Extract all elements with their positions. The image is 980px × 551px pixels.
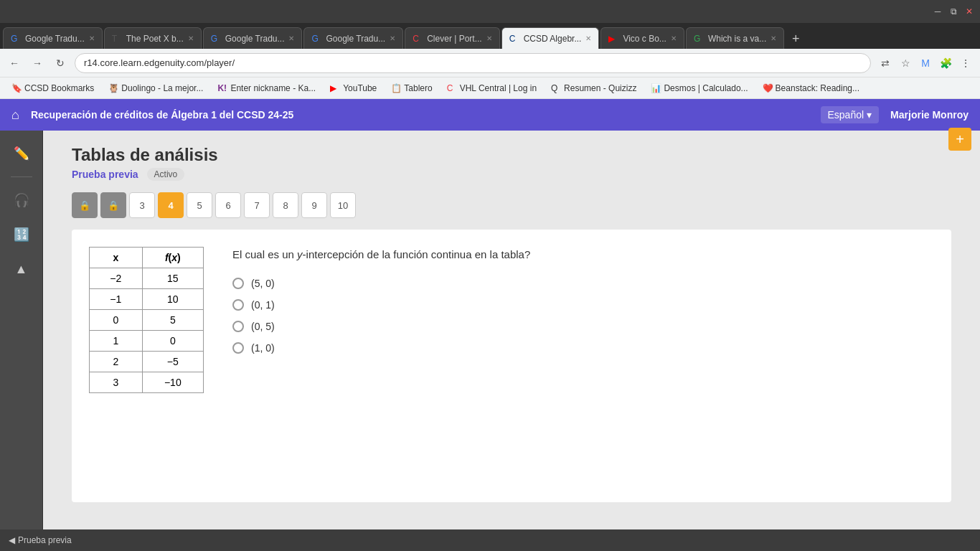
page-title: Tablas de análisis xyxy=(72,145,951,165)
question-nav-4[interactable]: 4 xyxy=(158,192,184,218)
question-nav-lock-2[interactable]: 🔒 xyxy=(100,192,126,218)
table-cell-x: 3 xyxy=(90,372,143,393)
close-button[interactable]: ✕ xyxy=(964,6,974,17)
tab-close-4[interactable]: ✕ xyxy=(390,34,395,42)
bookmark-desmos[interactable]: 📊 Desmos | Calculado... xyxy=(645,82,753,95)
bottom-nav: ◀ Prueba previa xyxy=(0,529,980,551)
calculator-button[interactable]: 🔢 xyxy=(7,220,36,249)
tab-close-7[interactable]: ✕ xyxy=(671,34,677,42)
option-item[interactable]: (0, 1) xyxy=(232,299,934,311)
prueba-previa-link[interactable]: Prueba previa xyxy=(72,169,138,180)
option-item[interactable]: (1, 0) xyxy=(232,342,934,354)
option-radio[interactable] xyxy=(232,342,244,354)
main-area: ✏️ 🎧 🔢 ▲ Tablas de análisis Prueba previ… xyxy=(0,131,980,529)
option-label: (5, 0) xyxy=(251,278,275,289)
address-bar: ← → ↻ r14.core.learn.edgenuity.com/playe… xyxy=(0,49,980,77)
question-nav-5[interactable]: 5 xyxy=(187,192,212,218)
option-radio[interactable] xyxy=(232,299,244,311)
bookmark-kahoot[interactable]: K! Enter nickname - Ka... xyxy=(212,82,321,95)
restore-button[interactable]: ⧉ xyxy=(948,6,958,17)
tab-1[interactable]: G Google Tradu... ✕ xyxy=(3,27,103,49)
tab-favicon-3: G xyxy=(211,34,221,44)
plus-button[interactable]: + xyxy=(948,128,971,151)
bookmark-youtube-label: YouTube xyxy=(343,83,377,93)
table-header-fx: f(x) xyxy=(142,248,203,268)
language-selector[interactable]: Español ▾ xyxy=(821,106,880,123)
chevron-down-icon: ▾ xyxy=(867,109,872,121)
pencil-button[interactable]: ✏️ xyxy=(7,139,36,168)
tab-8[interactable]: G Which is a va... ✕ xyxy=(686,27,784,49)
question-panel: x f(x) −215−11005102−53−10 El cual es un… xyxy=(72,230,951,502)
bookmark-beanstack[interactable]: ❤️ Beanstack: Reading... xyxy=(757,82,865,95)
bookmark-quizizz-label: Resumen - Quizizz xyxy=(564,83,636,93)
tab-close-8[interactable]: ✕ xyxy=(771,34,776,42)
option-radio[interactable] xyxy=(232,321,244,332)
bookmark-tablero-label: Tablero xyxy=(404,83,432,93)
kahoot-icon: K! xyxy=(217,83,227,93)
question-text-part1: El cual es un xyxy=(232,248,297,260)
question-text-area: El cual es un y-intercepción de la funci… xyxy=(232,247,934,485)
question-nav-8[interactable]: 8 xyxy=(273,192,298,218)
tab-favicon-8: G xyxy=(694,34,704,44)
tab-label-8: Which is a va... xyxy=(708,34,766,44)
bookmark-duolingo[interactable]: 🦉 Duolingo - La mejor... xyxy=(103,82,209,95)
bookmark-vhl-label: VHL Central | Log in xyxy=(460,83,537,93)
status-badge: Activo xyxy=(147,168,185,181)
question-nav-lock-1[interactable]: 🔒 xyxy=(72,192,98,218)
bookmark-kahoot-label: Enter nickname - Ka... xyxy=(230,83,316,93)
tab-7[interactable]: ▶ Vico c Bo... ✕ xyxy=(600,27,684,49)
bookmark-youtube[interactable]: ▶ YouTube xyxy=(324,82,382,95)
home-icon[interactable]: ⌂ xyxy=(11,108,19,123)
upload-button[interactable]: ▲ xyxy=(7,255,36,283)
bookmark-icon[interactable]: ☆ xyxy=(897,55,914,72)
data-table: x f(x) −215−11005102−53−10 xyxy=(89,247,204,393)
profile-icon[interactable]: M xyxy=(917,55,934,72)
question-nav-7[interactable]: 7 xyxy=(244,192,270,218)
table-cell-x: 0 xyxy=(90,310,143,331)
bookmark-quizizz[interactable]: Q Resumen - Quizizz xyxy=(545,82,642,95)
question-nav-10[interactable]: 10 xyxy=(330,192,356,218)
table-row: 2−5 xyxy=(90,352,204,372)
forward-button[interactable]: → xyxy=(29,55,46,72)
tab-label-4: Google Tradu... xyxy=(326,34,385,44)
tab-close-5[interactable]: ✕ xyxy=(486,34,492,42)
option-item[interactable]: (0, 5) xyxy=(232,321,934,332)
reload-button[interactable]: ↻ xyxy=(52,55,69,72)
tab-4[interactable]: G Google Tradu... ✕ xyxy=(303,27,403,49)
question-nav-9[interactable]: 9 xyxy=(301,192,327,218)
youtube-icon: ▶ xyxy=(330,83,340,93)
tab-label-2: The Poet X b... xyxy=(126,34,184,44)
tab-close-3[interactable]: ✕ xyxy=(288,34,294,42)
tab-2[interactable]: T The Poet X b... ✕ xyxy=(104,27,202,49)
tab-favicon-1: G xyxy=(11,34,21,44)
option-item[interactable]: (5, 0) xyxy=(232,278,934,289)
question-nav-3[interactable]: 3 xyxy=(129,192,155,218)
settings-icon[interactable]: ⋮ xyxy=(957,55,974,72)
extension-icon[interactable]: 🧩 xyxy=(937,55,954,72)
prev-button[interactable]: ◀ Prueba previa xyxy=(9,535,72,545)
page-content: Tablas de análisis Prueba previa Activo … xyxy=(43,131,980,529)
option-label: (0, 1) xyxy=(251,299,275,311)
minimize-button[interactable]: ─ xyxy=(933,6,943,17)
headphone-button[interactable]: 🎧 xyxy=(7,186,36,215)
tab-6[interactable]: C CCSD Algebr... ✕ xyxy=(501,27,600,49)
back-button[interactable]: ← xyxy=(6,55,23,72)
tab-5[interactable]: C Clever | Port... ✕ xyxy=(405,27,499,49)
bookmark-tablero[interactable]: 📋 Tablero xyxy=(385,82,438,95)
tabs-bar: G Google Tradu... ✕ T The Poet X b... ✕ … xyxy=(0,23,980,49)
option-radio[interactable] xyxy=(232,278,244,289)
bookmark-vhl[interactable]: C VHL Central | Log in xyxy=(441,82,542,95)
url-input[interactable]: r14.core.learn.edgenuity.com/player/ xyxy=(75,53,871,73)
tab-3[interactable]: G Google Tradu... ✕ xyxy=(203,27,303,49)
tab-close-6[interactable]: ✕ xyxy=(585,34,591,42)
tab-favicon-2: T xyxy=(112,34,122,44)
tab-close-1[interactable]: ✕ xyxy=(89,34,95,42)
new-tab-button[interactable]: + xyxy=(786,29,806,49)
user-name: Marjorie Monroy xyxy=(890,109,969,121)
translate-icon[interactable]: ⇄ xyxy=(877,55,894,72)
tab-close-2[interactable]: ✕ xyxy=(188,34,194,42)
bookmark-ccsd[interactable]: 🔖 CCSD Bookmarks xyxy=(6,82,100,95)
question-nav-6[interactable]: 6 xyxy=(215,192,241,218)
table-row: 3−10 xyxy=(90,372,204,393)
option-label: (0, 5) xyxy=(251,321,275,332)
